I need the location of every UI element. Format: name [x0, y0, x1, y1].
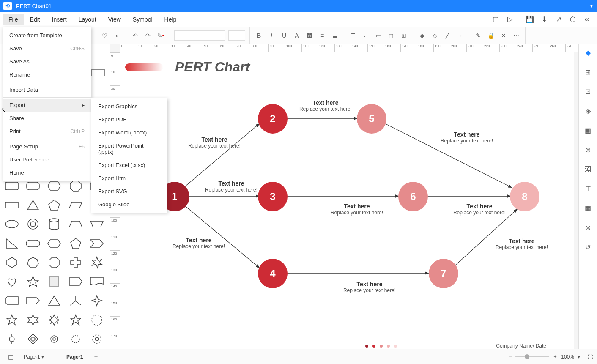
node-7[interactable]: 7	[429, 259, 458, 288]
bold-button[interactable]: B	[252, 29, 265, 42]
edit-icon[interactable]: ✎	[472, 29, 485, 42]
image-icon[interactable]: 🖼	[583, 164, 593, 174]
shape-arrow-pentagon[interactable]	[24, 293, 42, 308]
export-google-slide[interactable]: Google Slide	[91, 198, 167, 211]
canvas[interactable]: PERT Chart 1 2 5 3	[120, 52, 574, 349]
font-color-button[interactable]: A	[290, 29, 303, 42]
menu-edit[interactable]: Edit	[24, 14, 46, 25]
menu-user-preference[interactable]: User Preference	[3, 153, 91, 166]
grid-panel-icon[interactable]: ⊡	[583, 86, 593, 96]
shape-donut[interactable]	[24, 216, 42, 232]
add-page-button[interactable]: ＋	[90, 350, 102, 363]
shape-star-6[interactable]	[24, 312, 42, 328]
style-panel-icon[interactable]: ◆	[583, 47, 593, 57]
shape-hexagon-2[interactable]	[3, 255, 21, 270]
shape-ellipse[interactable]	[3, 216, 21, 232]
shape-diamond-2[interactable]	[24, 331, 42, 347]
play-icon[interactable]: ▷	[504, 14, 515, 25]
align-button[interactable]: ≡	[316, 29, 329, 42]
shape-cog[interactable]	[88, 331, 106, 347]
menu-home[interactable]: Home	[3, 166, 91, 179]
export-graphics[interactable]: Export Graphics	[91, 100, 167, 113]
titlebar-caret-icon[interactable]: ▼	[589, 4, 594, 8]
shape-merge[interactable]	[66, 293, 85, 308]
highlight-button[interactable]: 🅰	[303, 29, 316, 42]
node-6[interactable]: 6	[398, 182, 428, 211]
shape-sun[interactable]	[3, 331, 21, 347]
fill-button[interactable]: ◆	[416, 29, 428, 42]
shape-star-outline[interactable]	[66, 312, 85, 328]
zoom-in-button[interactable]: ＋	[553, 353, 558, 360]
underline-button[interactable]: U	[278, 29, 290, 42]
shape-seal[interactable]	[88, 312, 106, 328]
arrow-button[interactable]: →	[454, 29, 466, 42]
export-icon[interactable]: ↗	[553, 14, 564, 25]
shape-star-8[interactable]	[45, 312, 63, 328]
history-icon[interactable]: ↺	[583, 242, 593, 252]
format-painter-icon[interactable]: ✎●	[154, 29, 167, 42]
menu-file[interactable]: File	[3, 14, 24, 25]
menu-export[interactable]: Export▸	[3, 99, 91, 112]
shape-star-4[interactable]	[88, 293, 106, 308]
shape-star-5[interactable]	[3, 312, 21, 328]
node-4[interactable]: 4	[258, 259, 288, 288]
shape-heart[interactable]	[3, 274, 21, 289]
shape-square[interactable]	[45, 274, 63, 289]
fullscreen-icon[interactable]: ⛶	[588, 354, 593, 360]
glasses-icon[interactable]: ∞	[582, 14, 593, 25]
zoom-slider[interactable]	[515, 356, 549, 357]
italic-button[interactable]: I	[265, 29, 278, 42]
shape-hex-flat[interactable]	[45, 236, 63, 251]
connector-button[interactable]: ⌐	[359, 29, 372, 42]
tools-icon[interactable]: ✕	[497, 29, 510, 42]
text-box-button[interactable]: T	[347, 29, 359, 42]
menu-view[interactable]: View	[102, 14, 127, 25]
shape-triangle-right[interactable]	[3, 236, 21, 251]
line-button[interactable]: ╱	[441, 29, 454, 42]
menu-insert[interactable]: Insert	[46, 14, 73, 25]
menu-layout[interactable]: Layout	[73, 14, 102, 25]
shape-cross[interactable]	[66, 255, 85, 270]
export-word[interactable]: Export Word (.docx)	[91, 126, 167, 139]
shape-chevron[interactable]	[88, 236, 106, 251]
node-2[interactable]: 2	[258, 104, 288, 134]
group-button[interactable]: ⊞	[397, 29, 410, 42]
shape-star[interactable]	[24, 274, 42, 289]
menu-symbol[interactable]: Symbol	[127, 14, 159, 25]
lock-icon[interactable]: 🔒	[485, 29, 497, 42]
screenshot-icon[interactable]: ▢	[490, 14, 501, 25]
menu-save-as[interactable]: Save As	[3, 55, 91, 68]
font-family-select[interactable]	[174, 30, 225, 41]
line-spacing-button[interactable]: ≣	[329, 29, 341, 42]
menu-share-item[interactable]: Share	[3, 112, 91, 125]
shape-gear[interactable]	[45, 331, 63, 347]
menu-save[interactable]: SaveCtrl+S	[3, 42, 91, 55]
stack-panel-icon[interactable]: ◈	[583, 106, 593, 116]
menu-import-data[interactable]: Import Data	[3, 83, 91, 96]
shape-octagon-2[interactable]	[45, 255, 63, 270]
node-5[interactable]: 5	[357, 104, 386, 134]
layers-panel-icon[interactable]: ⊞	[583, 67, 593, 77]
shape-heptagon[interactable]	[24, 255, 42, 270]
heart-icon[interactable]: ♡	[98, 29, 111, 42]
save-icon[interactable]: 💾	[524, 14, 535, 25]
shape2-button[interactable]: ◻	[385, 29, 397, 42]
presentation-icon[interactable]: ▣	[583, 125, 593, 135]
download-icon[interactable]: ⬇	[539, 14, 550, 25]
export-pdf[interactable]: Export PDF	[91, 113, 167, 126]
shape-trapezoid[interactable]	[66, 216, 85, 232]
export-html[interactable]: Export Html	[91, 172, 167, 185]
export-svg[interactable]: Export SVG	[91, 185, 167, 198]
shape-triangle[interactable]	[24, 197, 42, 213]
shape-tag[interactable]	[3, 293, 21, 308]
share-icon[interactable]: ⬡	[567, 14, 578, 25]
orgchart-icon[interactable]: ⊤	[583, 183, 593, 194]
tab-page-1[interactable]: Page-1	[60, 352, 90, 361]
menu-print[interactable]: PrintCtrl+P	[3, 125, 91, 138]
shape-gear-2[interactable]	[66, 331, 85, 347]
database-icon[interactable]: ⊜	[583, 145, 593, 155]
menu-rename[interactable]: Rename	[3, 68, 91, 81]
shape-triangle-up[interactable]	[45, 293, 63, 308]
collapse-icon[interactable]: «	[111, 29, 123, 42]
paint-button[interactable]: ◇	[428, 29, 441, 42]
